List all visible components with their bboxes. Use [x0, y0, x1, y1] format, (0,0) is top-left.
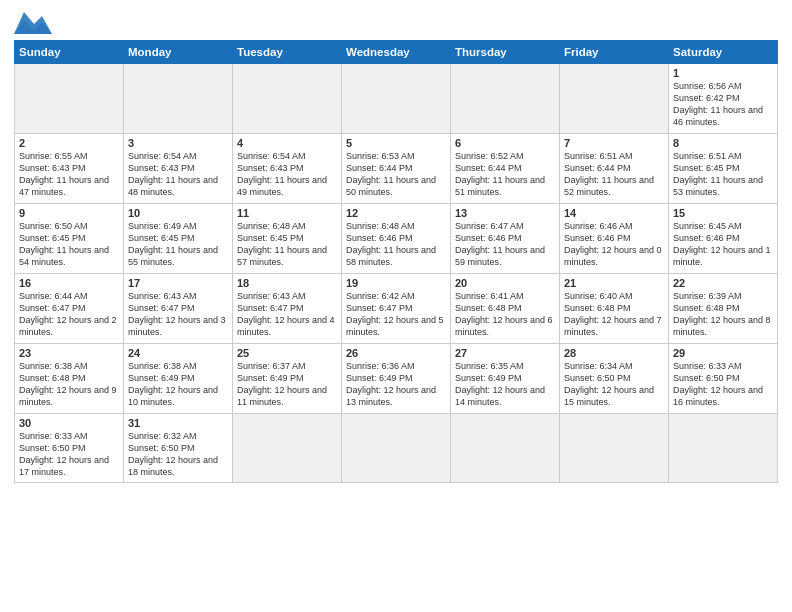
calendar-cell: 7Sunrise: 6:51 AM Sunset: 6:44 PM Daylig… [560, 134, 669, 204]
day-number: 4 [237, 137, 337, 149]
weekday-header-friday: Friday [560, 41, 669, 64]
day-info: Sunrise: 6:56 AM Sunset: 6:42 PM Dayligh… [673, 80, 773, 129]
day-info: Sunrise: 6:45 AM Sunset: 6:46 PM Dayligh… [673, 220, 773, 269]
calendar-cell: 15Sunrise: 6:45 AM Sunset: 6:46 PM Dayli… [669, 204, 778, 274]
day-info: Sunrise: 6:41 AM Sunset: 6:48 PM Dayligh… [455, 290, 555, 339]
day-number: 19 [346, 277, 446, 289]
calendar-cell: 30Sunrise: 6:33 AM Sunset: 6:50 PM Dayli… [15, 414, 124, 483]
weekday-header-wednesday: Wednesday [342, 41, 451, 64]
day-number: 10 [128, 207, 228, 219]
day-info: Sunrise: 6:52 AM Sunset: 6:44 PM Dayligh… [455, 150, 555, 199]
weekday-header-monday: Monday [124, 41, 233, 64]
day-number: 2 [19, 137, 119, 149]
calendar-header-row: SundayMondayTuesdayWednesdayThursdayFrid… [15, 41, 778, 64]
calendar-cell: 25Sunrise: 6:37 AM Sunset: 6:49 PM Dayli… [233, 344, 342, 414]
weekday-header-tuesday: Tuesday [233, 41, 342, 64]
calendar-cell: 27Sunrise: 6:35 AM Sunset: 6:49 PM Dayli… [451, 344, 560, 414]
day-info: Sunrise: 6:53 AM Sunset: 6:44 PM Dayligh… [346, 150, 446, 199]
day-info: Sunrise: 6:40 AM Sunset: 6:48 PM Dayligh… [564, 290, 664, 339]
calendar-cell [233, 414, 342, 483]
day-number: 20 [455, 277, 555, 289]
day-number: 11 [237, 207, 337, 219]
calendar-cell [560, 64, 669, 134]
calendar-cell: 17Sunrise: 6:43 AM Sunset: 6:47 PM Dayli… [124, 274, 233, 344]
day-info: Sunrise: 6:39 AM Sunset: 6:48 PM Dayligh… [673, 290, 773, 339]
calendar-cell: 20Sunrise: 6:41 AM Sunset: 6:48 PM Dayli… [451, 274, 560, 344]
weekday-header-thursday: Thursday [451, 41, 560, 64]
day-number: 5 [346, 137, 446, 149]
day-info: Sunrise: 6:47 AM Sunset: 6:46 PM Dayligh… [455, 220, 555, 269]
day-number: 29 [673, 347, 773, 359]
calendar-cell: 8Sunrise: 6:51 AM Sunset: 6:45 PM Daylig… [669, 134, 778, 204]
day-info: Sunrise: 6:42 AM Sunset: 6:47 PM Dayligh… [346, 290, 446, 339]
day-number: 1 [673, 67, 773, 79]
calendar-cell: 28Sunrise: 6:34 AM Sunset: 6:50 PM Dayli… [560, 344, 669, 414]
day-number: 9 [19, 207, 119, 219]
day-info: Sunrise: 6:51 AM Sunset: 6:45 PM Dayligh… [673, 150, 773, 199]
day-info: Sunrise: 6:38 AM Sunset: 6:48 PM Dayligh… [19, 360, 119, 409]
day-info: Sunrise: 6:35 AM Sunset: 6:49 PM Dayligh… [455, 360, 555, 409]
day-number: 13 [455, 207, 555, 219]
day-number: 15 [673, 207, 773, 219]
day-info: Sunrise: 6:51 AM Sunset: 6:44 PM Dayligh… [564, 150, 664, 199]
calendar-cell: 21Sunrise: 6:40 AM Sunset: 6:48 PM Dayli… [560, 274, 669, 344]
calendar-cell: 11Sunrise: 6:48 AM Sunset: 6:45 PM Dayli… [233, 204, 342, 274]
calendar-cell: 12Sunrise: 6:48 AM Sunset: 6:46 PM Dayli… [342, 204, 451, 274]
calendar-cell [451, 64, 560, 134]
day-info: Sunrise: 6:48 AM Sunset: 6:45 PM Dayligh… [237, 220, 337, 269]
calendar-cell [233, 64, 342, 134]
day-info: Sunrise: 6:49 AM Sunset: 6:45 PM Dayligh… [128, 220, 228, 269]
day-info: Sunrise: 6:33 AM Sunset: 6:50 PM Dayligh… [19, 430, 119, 479]
weekday-header-saturday: Saturday [669, 41, 778, 64]
calendar-cell: 23Sunrise: 6:38 AM Sunset: 6:48 PM Dayli… [15, 344, 124, 414]
day-info: Sunrise: 6:55 AM Sunset: 6:43 PM Dayligh… [19, 150, 119, 199]
day-number: 28 [564, 347, 664, 359]
day-number: 12 [346, 207, 446, 219]
calendar-cell: 10Sunrise: 6:49 AM Sunset: 6:45 PM Dayli… [124, 204, 233, 274]
day-info: Sunrise: 6:44 AM Sunset: 6:47 PM Dayligh… [19, 290, 119, 339]
calendar: SundayMondayTuesdayWednesdayThursdayFrid… [14, 40, 778, 483]
calendar-cell: 3Sunrise: 6:54 AM Sunset: 6:43 PM Daylig… [124, 134, 233, 204]
day-info: Sunrise: 6:46 AM Sunset: 6:46 PM Dayligh… [564, 220, 664, 269]
day-number: 21 [564, 277, 664, 289]
header [14, 10, 778, 34]
calendar-cell: 1Sunrise: 6:56 AM Sunset: 6:42 PM Daylig… [669, 64, 778, 134]
calendar-cell: 22Sunrise: 6:39 AM Sunset: 6:48 PM Dayli… [669, 274, 778, 344]
weekday-header-sunday: Sunday [15, 41, 124, 64]
day-number: 3 [128, 137, 228, 149]
day-number: 18 [237, 277, 337, 289]
logo [14, 10, 52, 34]
calendar-cell: 6Sunrise: 6:52 AM Sunset: 6:44 PM Daylig… [451, 134, 560, 204]
day-number: 8 [673, 137, 773, 149]
day-info: Sunrise: 6:36 AM Sunset: 6:49 PM Dayligh… [346, 360, 446, 409]
day-number: 14 [564, 207, 664, 219]
calendar-cell: 26Sunrise: 6:36 AM Sunset: 6:49 PM Dayli… [342, 344, 451, 414]
day-info: Sunrise: 6:43 AM Sunset: 6:47 PM Dayligh… [128, 290, 228, 339]
day-info: Sunrise: 6:54 AM Sunset: 6:43 PM Dayligh… [237, 150, 337, 199]
day-info: Sunrise: 6:38 AM Sunset: 6:49 PM Dayligh… [128, 360, 228, 409]
calendar-cell: 13Sunrise: 6:47 AM Sunset: 6:46 PM Dayli… [451, 204, 560, 274]
day-number: 22 [673, 277, 773, 289]
day-number: 25 [237, 347, 337, 359]
calendar-cell [15, 64, 124, 134]
calendar-cell [560, 414, 669, 483]
day-number: 26 [346, 347, 446, 359]
calendar-cell: 5Sunrise: 6:53 AM Sunset: 6:44 PM Daylig… [342, 134, 451, 204]
day-number: 30 [19, 417, 119, 429]
day-number: 24 [128, 347, 228, 359]
day-number: 6 [455, 137, 555, 149]
page: SundayMondayTuesdayWednesdayThursdayFrid… [0, 0, 792, 612]
day-number: 31 [128, 417, 228, 429]
day-info: Sunrise: 6:33 AM Sunset: 6:50 PM Dayligh… [673, 360, 773, 409]
calendar-cell: 4Sunrise: 6:54 AM Sunset: 6:43 PM Daylig… [233, 134, 342, 204]
day-info: Sunrise: 6:32 AM Sunset: 6:50 PM Dayligh… [128, 430, 228, 479]
calendar-cell: 19Sunrise: 6:42 AM Sunset: 6:47 PM Dayli… [342, 274, 451, 344]
calendar-cell: 29Sunrise: 6:33 AM Sunset: 6:50 PM Dayli… [669, 344, 778, 414]
day-number: 17 [128, 277, 228, 289]
day-number: 16 [19, 277, 119, 289]
day-info: Sunrise: 6:50 AM Sunset: 6:45 PM Dayligh… [19, 220, 119, 269]
day-info: Sunrise: 6:37 AM Sunset: 6:49 PM Dayligh… [237, 360, 337, 409]
day-info: Sunrise: 6:34 AM Sunset: 6:50 PM Dayligh… [564, 360, 664, 409]
calendar-cell: 14Sunrise: 6:46 AM Sunset: 6:46 PM Dayli… [560, 204, 669, 274]
day-number: 23 [19, 347, 119, 359]
